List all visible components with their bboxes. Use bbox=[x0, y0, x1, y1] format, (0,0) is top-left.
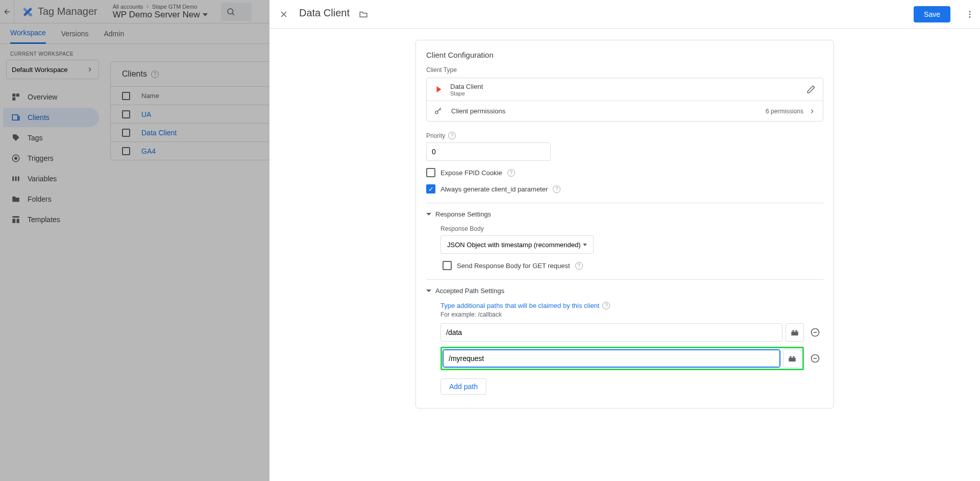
help-icon[interactable]: ? bbox=[553, 185, 560, 193]
paths-example-text: For example: /callback bbox=[440, 311, 823, 318]
priority-label: Priority bbox=[426, 132, 445, 139]
svg-point-18 bbox=[969, 16, 971, 17]
svg-point-16 bbox=[969, 11, 971, 12]
response-body-select[interactable]: JSON Object with timestamp (recommended) bbox=[440, 235, 594, 254]
path-input-0[interactable] bbox=[440, 323, 782, 342]
svg-rect-26 bbox=[793, 356, 795, 358]
permissions-row[interactable]: Client permissions 6 permissions bbox=[427, 101, 823, 121]
expose-fpid-label: Expose FPID Cookie bbox=[440, 169, 502, 177]
help-icon[interactable]: ? bbox=[575, 262, 583, 270]
remove-path-icon[interactable] bbox=[807, 327, 823, 338]
config-heading: Client Configuration bbox=[426, 51, 823, 66]
send-get-checkbox[interactable] bbox=[443, 261, 452, 270]
add-path-button[interactable]: Add path bbox=[440, 378, 486, 395]
more-menu-icon[interactable] bbox=[960, 10, 980, 19]
paths-helper-text: Type additional paths that will be claim… bbox=[440, 302, 599, 309]
folder-icon[interactable] bbox=[359, 10, 368, 19]
client-type-label: Client Type bbox=[426, 66, 823, 74]
svg-rect-22 bbox=[796, 330, 797, 332]
path-input-1[interactable] bbox=[443, 350, 780, 367]
variable-picker-icon[interactable] bbox=[786, 323, 804, 342]
client-type-name: Data Client bbox=[450, 83, 806, 90]
edit-type-icon[interactable] bbox=[806, 85, 816, 94]
svg-rect-25 bbox=[790, 356, 792, 358]
permissions-count: 6 permissions bbox=[766, 108, 803, 115]
client-editor-panel: Data Client Save Client Configuration Cl… bbox=[270, 0, 980, 481]
send-get-label: Send Response Body for GET request bbox=[457, 262, 570, 270]
chevron-down-icon bbox=[426, 213, 431, 215]
expose-fpid-checkbox[interactable] bbox=[426, 168, 435, 177]
save-button[interactable]: Save bbox=[914, 6, 950, 22]
accepted-path-toggle[interactable]: Accepted Path Settings bbox=[426, 287, 823, 295]
help-icon[interactable]: ? bbox=[507, 169, 515, 177]
help-icon[interactable]: ? bbox=[448, 132, 456, 139]
priority-input[interactable] bbox=[426, 142, 551, 161]
key-icon bbox=[434, 107, 442, 115]
close-icon[interactable] bbox=[278, 8, 290, 20]
svg-rect-20 bbox=[791, 332, 798, 336]
chevron-down-icon bbox=[583, 244, 587, 246]
svg-point-17 bbox=[969, 13, 971, 15]
svg-rect-24 bbox=[789, 358, 796, 362]
always-client-id-label: Always generate client_id parameter bbox=[440, 185, 548, 193]
client-type-gallery: Stape bbox=[450, 90, 806, 97]
stape-logo-icon bbox=[434, 84, 444, 94]
svg-rect-21 bbox=[793, 330, 794, 332]
response-body-label: Response Body bbox=[440, 225, 823, 232]
chevron-right-icon bbox=[808, 108, 816, 115]
always-client-id-checkbox[interactable]: ✓ bbox=[426, 184, 435, 194]
remove-path-icon[interactable] bbox=[807, 353, 823, 364]
response-settings-toggle[interactable]: Response Settings bbox=[426, 210, 823, 218]
help-icon[interactable]: ? bbox=[602, 302, 610, 309]
client-name-input[interactable]: Data Client bbox=[299, 7, 350, 21]
variable-picker-icon[interactable] bbox=[783, 349, 801, 368]
chevron-down-icon bbox=[426, 290, 431, 292]
